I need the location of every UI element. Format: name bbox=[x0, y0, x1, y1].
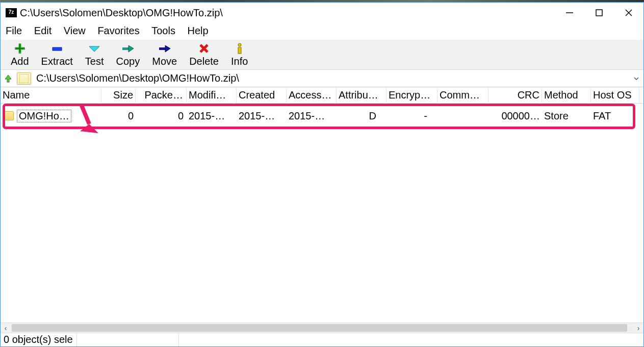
menu-file[interactable]: File bbox=[4, 24, 27, 37]
row-size: 0 bbox=[101, 109, 136, 123]
plus-icon bbox=[15, 42, 25, 55]
row-method: Store bbox=[542, 109, 591, 123]
info-label: Info bbox=[231, 56, 248, 67]
col-accessed[interactable]: Access… bbox=[287, 87, 337, 103]
menu-tools[interactable]: Tools bbox=[149, 24, 181, 37]
minimize-button[interactable] bbox=[555, 4, 584, 22]
col-modified[interactable]: Modifi… bbox=[187, 87, 237, 103]
status-cell-2 bbox=[77, 333, 179, 346]
col-method[interactable]: Method bbox=[542, 87, 591, 103]
col-hostos[interactable]: Host OS bbox=[591, 87, 639, 103]
svg-point-10 bbox=[238, 43, 241, 46]
maximize-button[interactable] bbox=[584, 4, 614, 22]
menu-edit[interactable]: Edit bbox=[32, 24, 57, 37]
status-text: 0 object(s) sele bbox=[1, 333, 77, 346]
window-frame: 7z C:\Users\Solomen\Desktop\OMG!HowTo.zi… bbox=[0, 2, 644, 347]
scroll-left-button[interactable]: ‹ bbox=[1, 323, 11, 333]
col-name[interactable]: Name bbox=[1, 87, 101, 103]
row-comment bbox=[437, 115, 488, 117]
row-created: 2015-… bbox=[237, 109, 287, 123]
col-comment[interactable]: Comm… bbox=[437, 87, 488, 103]
archive-folder-icon bbox=[17, 72, 31, 85]
row-name[interactable]: OMG!Ho… bbox=[17, 110, 71, 122]
svg-rect-6 bbox=[122, 47, 128, 50]
status-bar: 0 object(s) sele bbox=[1, 333, 643, 346]
row-modified: 2015-… bbox=[187, 109, 237, 123]
svg-rect-8 bbox=[159, 47, 165, 50]
menu-favorites[interactable]: Favorites bbox=[95, 24, 144, 37]
copy-button[interactable]: Copy bbox=[110, 41, 146, 68]
col-crc[interactable]: CRC bbox=[488, 87, 542, 103]
extract-button[interactable]: Extract bbox=[35, 41, 79, 68]
col-packed[interactable]: Packe… bbox=[136, 87, 187, 103]
info-button[interactable]: Info bbox=[225, 41, 254, 68]
delete-button[interactable]: Delete bbox=[183, 41, 225, 68]
add-button[interactable]: Add bbox=[5, 41, 35, 68]
extract-label: Extract bbox=[41, 56, 73, 67]
arrow-right-icon bbox=[121, 42, 135, 55]
address-dropdown-button[interactable] bbox=[631, 72, 641, 84]
test-label: Test bbox=[85, 56, 104, 67]
row-accessed: 2015-… bbox=[287, 109, 337, 123]
row-encryp: - bbox=[387, 109, 437, 123]
svg-marker-9 bbox=[165, 45, 170, 52]
menu-help[interactable]: Help bbox=[185, 24, 213, 37]
col-created[interactable]: Created bbox=[237, 87, 287, 103]
close-button[interactable] bbox=[614, 4, 643, 22]
col-size[interactable]: Size bbox=[101, 87, 136, 103]
svg-rect-4 bbox=[53, 47, 62, 51]
column-headers: Name Size Packe… Modifi… Created Access…… bbox=[1, 87, 643, 104]
scroll-track[interactable] bbox=[11, 323, 633, 333]
svg-marker-12 bbox=[5, 75, 11, 82]
folder-icon bbox=[3, 111, 14, 120]
col-attrib[interactable]: Attribu… bbox=[337, 87, 387, 103]
svg-rect-1 bbox=[596, 10, 602, 16]
add-label: Add bbox=[11, 56, 29, 67]
delete-label: Delete bbox=[189, 56, 219, 67]
test-button[interactable]: Test bbox=[79, 41, 110, 68]
title-bar[interactable]: 7z C:\Users\Solomen\Desktop\OMG!HowTo.zi… bbox=[1, 3, 643, 23]
minus-icon bbox=[51, 42, 63, 55]
move-label: Move bbox=[152, 56, 177, 67]
row-attrib: D bbox=[337, 109, 387, 123]
svg-marker-7 bbox=[128, 45, 134, 52]
scroll-right-button[interactable]: › bbox=[633, 323, 643, 333]
scroll-thumb[interactable] bbox=[12, 324, 627, 332]
app-icon-7z: 7z bbox=[6, 8, 17, 17]
copy-label: Copy bbox=[116, 56, 140, 67]
row-crc: 00000… bbox=[488, 109, 542, 123]
menu-bar: File Edit View Favorites Tools Help bbox=[1, 23, 643, 40]
table-row[interactable]: OMG!Ho… 0 0 2015-… 2015-… 2015-… D - 000… bbox=[1, 107, 643, 125]
window-title: C:\Users\Solomen\Desktop\OMG!HowTo.zip\ bbox=[20, 7, 555, 19]
status-cell-3 bbox=[179, 333, 643, 346]
info-icon bbox=[236, 42, 243, 55]
arrow-right-bold-icon bbox=[158, 42, 171, 55]
cross-icon bbox=[199, 42, 209, 55]
svg-rect-11 bbox=[238, 47, 241, 54]
horizontal-scrollbar[interactable]: ‹ › bbox=[1, 323, 643, 333]
address-input[interactable] bbox=[34, 71, 631, 85]
up-folder-button[interactable] bbox=[3, 73, 14, 84]
move-button[interactable]: Move bbox=[146, 41, 183, 68]
row-packed: 0 bbox=[136, 109, 187, 123]
check-icon bbox=[88, 42, 100, 55]
address-bar bbox=[1, 70, 643, 87]
svg-marker-5 bbox=[89, 46, 99, 52]
toolbar: Add Extract Test Copy Move bbox=[1, 40, 643, 70]
row-hostos: FAT bbox=[591, 109, 639, 123]
file-list-area[interactable]: OMG!Ho… 0 0 2015-… 2015-… 2015-… D - 000… bbox=[1, 104, 643, 323]
col-encryp[interactable]: Encryp… bbox=[387, 87, 437, 103]
svg-marker-14 bbox=[80, 124, 98, 133]
menu-view[interactable]: View bbox=[62, 24, 91, 37]
